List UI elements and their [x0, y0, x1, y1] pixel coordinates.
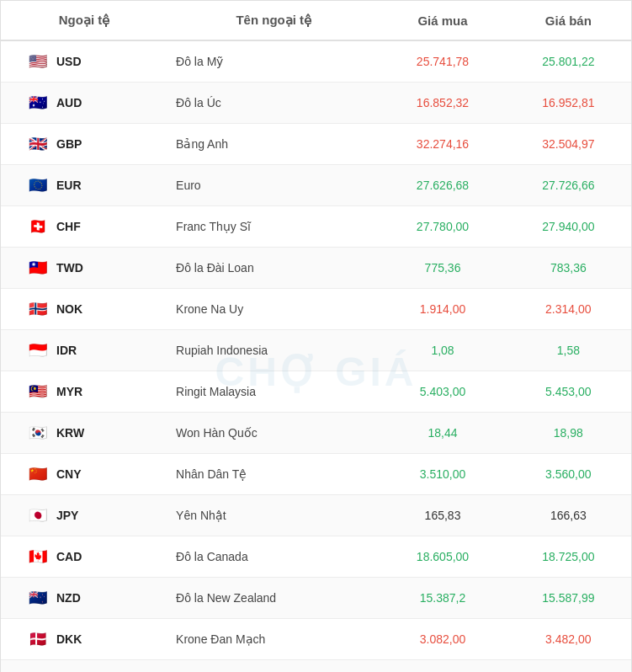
- price-sell: 32.504,97: [506, 124, 631, 165]
- currency-name: Đô la Úc: [167, 83, 380, 124]
- currency-cell: 🇹🇼TWD: [1, 248, 167, 289]
- currency-cell: 🇹🇭THB: [1, 660, 167, 673]
- price-buy: 27.780,00: [380, 206, 505, 248]
- currency-cell: 🇳🇴NOK: [1, 289, 167, 330]
- currency-cell: 🇰🇷KRW: [1, 413, 167, 454]
- flag-icon: 🇪🇺: [26, 173, 50, 197]
- price-sell: 3.482,00: [506, 619, 631, 660]
- currency-cell: 🇺🇸USD: [1, 40, 167, 83]
- currency-code: DKK: [56, 632, 82, 646]
- table-row: 🇺🇸USDĐô la Mỹ25.741,7825.801,22: [1, 40, 631, 83]
- price-sell: 166,63: [506, 495, 631, 536]
- price-sell: 3.560,00: [506, 454, 631, 495]
- currency-cell: 🇪🇺EUR: [1, 165, 167, 206]
- currency-name: Nhân Dân Tệ: [167, 454, 380, 495]
- currency-code: MYR: [56, 385, 82, 398]
- currency-name: Đô la New Zealand: [167, 578, 380, 619]
- price-sell: 16.952,81: [506, 83, 631, 124]
- price-buy: 15.387,2: [380, 578, 505, 619]
- price-buy: 18,44: [380, 413, 505, 454]
- price-buy: 3.510,00: [380, 454, 505, 495]
- flag-icon: 🇨🇳: [26, 462, 50, 486]
- table-row: 🇯🇵JPYYên Nhật165,83166,63: [1, 495, 631, 536]
- table-row: 🇨🇳CNYNhân Dân Tệ3.510,003.560,00: [1, 454, 631, 495]
- table-row: 🇨🇦CADĐô la Canada18.605,0018.725,00: [1, 536, 631, 578]
- flag-icon: 🇨🇭: [26, 215, 50, 238]
- currency-cell: 🇮🇩IDR: [1, 330, 167, 371]
- flag-icon: 🇲🇾: [26, 380, 50, 403]
- price-sell: 18.725,00: [506, 536, 631, 578]
- flag-icon: 🇳🇿: [26, 586, 50, 610]
- currency-code: AUD: [56, 96, 82, 109]
- flag-icon: 🇳🇴: [26, 297, 50, 321]
- currency-name: Krone Na Uy: [167, 289, 380, 330]
- currency-code: EUR: [56, 179, 82, 192]
- currency-code: NOK: [56, 302, 82, 316]
- currency-name: Won Hàn Quốc: [167, 413, 380, 454]
- table-row: 🇲🇾MYRRingit Malaysia5.403,005.453,00: [1, 371, 631, 413]
- price-buy: 27.626,68: [380, 165, 505, 206]
- flag-icon: 🇺🇸: [26, 50, 50, 73]
- currency-name: Đô la Đài Loan: [167, 248, 380, 289]
- price-sell: 15.587,99: [506, 578, 631, 619]
- currency-name: Bạc Thái: [167, 660, 380, 673]
- currency-cell: 🇨🇭CHF: [1, 206, 167, 248]
- table-row: 🇩🇰DKKKrone Đan Mạch3.082,003.482,00: [1, 619, 631, 660]
- price-buy: 165,83: [380, 495, 505, 536]
- currency-name: Franc Thụy Sĩ: [167, 206, 380, 248]
- currency-cell: 🇨🇦CAD: [1, 536, 167, 578]
- flag-icon: 🇹🇼: [26, 256, 50, 280]
- flag-icon: 🇦🇺: [26, 91, 50, 115]
- table-row: 🇨🇭CHFFranc Thụy Sĩ27.780,0027.940,00: [1, 206, 631, 248]
- price-sell: 783,36: [506, 248, 631, 289]
- price-sell: 716,49: [506, 660, 631, 673]
- table-row: 🇮🇩IDRRupiah Indonesia1,081,58: [1, 330, 631, 371]
- flag-icon: 🇰🇷: [26, 421, 50, 445]
- price-sell: 1,58: [506, 330, 631, 371]
- currency-code: KRW: [56, 426, 84, 440]
- flag-icon: 🇹🇭: [26, 669, 50, 672]
- header-sell: Giá bán: [506, 1, 631, 40]
- flag-icon: 🇩🇰: [26, 627, 50, 651]
- table-row: 🇳🇴NOKKrone Na Uy1.914,002.314,00: [1, 289, 631, 330]
- currency-code: CNY: [56, 467, 82, 481]
- price-buy: 3.082,00: [380, 619, 505, 660]
- header-currency: Ngoại tệ: [1, 1, 167, 40]
- currency-name: Ringit Malaysia: [167, 371, 380, 413]
- price-buy: 709,09: [380, 660, 505, 673]
- table-header-row: Ngoại tệ Tên ngoại tệ Giá mua Giá bán: [1, 1, 631, 40]
- currency-cell: 🇯🇵JPY: [1, 495, 167, 536]
- currency-code: GBP: [56, 137, 82, 151]
- currency-name: Yên Nhật: [167, 495, 380, 536]
- table-row: 🇳🇿NZDĐô la New Zealand15.387,215.587,99: [1, 578, 631, 619]
- price-buy: 25.741,78: [380, 40, 505, 83]
- price-sell: 18,98: [506, 413, 631, 454]
- currency-name: Rupiah Indonesia: [167, 330, 380, 371]
- table-row: 🇹🇼TWDĐô la Đài Loan775,36783,36: [1, 248, 631, 289]
- header-buy: Giá mua: [380, 1, 505, 40]
- flag-icon: 🇮🇩: [26, 339, 50, 362]
- table-row: 🇹🇭THBBạc Thái709,09716,49: [1, 660, 631, 673]
- price-buy: 32.274,16: [380, 124, 505, 165]
- currency-cell: 🇩🇰DKK: [1, 619, 167, 660]
- currency-name: Krone Đan Mạch: [167, 619, 380, 660]
- price-buy: 775,36: [380, 248, 505, 289]
- price-sell: 25.801,22: [506, 40, 631, 83]
- currency-code: USD: [56, 55, 82, 68]
- price-sell: 27.726,66: [506, 165, 631, 206]
- table-row: 🇪🇺EUREuro27.626,6827.726,66: [1, 165, 631, 206]
- price-buy: 1,08: [380, 330, 505, 371]
- currency-code: TWD: [56, 261, 83, 275]
- currency-cell: 🇨🇳CNY: [1, 454, 167, 495]
- currency-name: Đô la Mỹ: [167, 40, 380, 83]
- table-row: 🇰🇷KRWWon Hàn Quốc18,4418,98: [1, 413, 631, 454]
- currency-code: CAD: [56, 550, 82, 563]
- currency-name: Bảng Anh: [167, 124, 380, 165]
- currency-table-container: CHỢ GIÁ Ngoại tệ Tên ngoại tệ Giá mua Gi…: [0, 0, 632, 672]
- flag-icon: 🇬🇧: [26, 132, 50, 156]
- currency-cell: 🇬🇧GBP: [1, 124, 167, 165]
- currency-name: Đô la Canada: [167, 536, 380, 578]
- currency-code: NZD: [56, 591, 81, 605]
- price-buy: 16.852,32: [380, 83, 505, 124]
- price-sell: 27.940,00: [506, 206, 631, 248]
